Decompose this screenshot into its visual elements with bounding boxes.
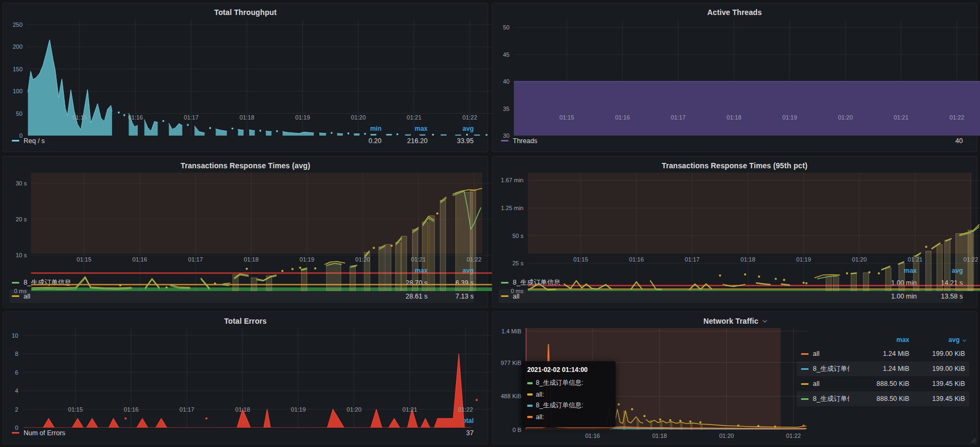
x-axis: 01:1501:1601:1701:1801:1901:2001:2101:22 (514, 111, 971, 122)
plot-active-threads[interactable] (514, 19, 971, 111)
legend-sort-max[interactable]: max (849, 336, 909, 344)
legend-row: 8_生成订单信息1.24 MiB199.00 KiB (797, 361, 969, 376)
legend-series-name[interactable]: Threads (501, 137, 917, 145)
legend-sort-avg[interactable]: avg (909, 336, 965, 344)
x-axis: 01:1501:1601:1701:1801:1901:2001:2101:22 (31, 254, 482, 264)
panel-total-errors: Total Errors 0246810 01:1501:1601:1701:1… (3, 311, 488, 444)
plot-total-throughput[interactable] (27, 19, 482, 111)
y-axis: 0 ms10 s20 s30 s (9, 173, 31, 254)
series-color-dash-icon (501, 140, 508, 141)
y-tick-label: 50 s (512, 233, 523, 239)
x-tick-label: 01:19 (295, 114, 310, 121)
tooltip-series-row: all: (527, 389, 610, 400)
x-tick-label: 01:18 (652, 433, 667, 439)
series-color-dash-icon (12, 140, 19, 141)
panel-title: Network Traffic (704, 317, 759, 325)
chart-area: 0 ms25 s50 s1.25 min1.67 min 01:1501:160… (498, 173, 971, 264)
y-tick-label: 1.25 min (501, 205, 523, 211)
legend-value: 199.00 KiB (909, 365, 965, 372)
series-color-dash-icon (527, 382, 533, 384)
legend: maxavgall1.24 MiB199.00 KiB8_生成订单信息1.24 … (783, 327, 971, 441)
y-tick-label: 35 (503, 106, 510, 112)
y-tick-label: 2 (15, 406, 18, 413)
x-tick-label: 01:16 (585, 433, 600, 439)
chevron-down-icon (962, 338, 966, 342)
network-body: 0 B488 KiB977 KiB1.4 MiB 01:1601:1801:20… (498, 327, 971, 441)
x-axis: 01:1601:1801:2001:22 (526, 430, 781, 441)
x-tick-label: 01:18 (235, 406, 250, 413)
y-tick-label: 50 (503, 24, 510, 31)
y-tick-label: 1.4 MiB (502, 328, 521, 334)
legend-row: all1.00 min13.58 s (499, 289, 963, 303)
chart-area: 3035404550 01:1501:1601:1701:1801:1901:2… (498, 19, 971, 122)
series-color-dash-icon (527, 405, 533, 407)
tooltip-series-row: 8_生成订单信息: (527, 400, 610, 411)
x-tick-label: 01:22 (458, 406, 473, 413)
series-color-dash-icon (12, 282, 19, 284)
series-color-dash-icon (12, 295, 19, 297)
panel-header[interactable]: Active Threads (498, 6, 971, 18)
x-tick-label: 01:17 (184, 114, 199, 121)
plot-total-errors[interactable] (23, 328, 482, 404)
x-tick-label: 01:17 (671, 114, 686, 121)
panel-total-throughput: Total Throughput 050100150200250 01:1501… (3, 3, 488, 152)
x-tick-label: 01:15 (72, 114, 87, 121)
panel-active-threads: Active Threads 3035404550 01:1501:1601:1… (492, 3, 977, 152)
series-color-dash-icon (12, 432, 19, 434)
legend-row: all1.24 MiB199.00 KiB (797, 346, 969, 361)
legend-series-name[interactable]: all (501, 293, 871, 300)
chart-canvas-transactions-response-times-avg (31, 173, 505, 291)
plot-transactions-response-times-95pct[interactable] (528, 173, 971, 254)
tooltip-series-row: all: (527, 411, 610, 422)
series-all-markers (618, 404, 776, 428)
legend-value: 199.00 KiB (909, 350, 965, 357)
x-tick-label: 01:15 (77, 256, 92, 263)
legend-series-name[interactable]: Num of Errors (12, 429, 428, 437)
series-color-dash-icon (527, 393, 533, 396)
plot-transactions-response-times-avg[interactable] (31, 173, 482, 254)
y-tick-label: 150 (13, 66, 23, 72)
y-tick-label: 10 s (16, 252, 27, 258)
series-color-dash-icon (527, 416, 533, 418)
x-tick-label: 01:16 (629, 256, 644, 263)
panel-header[interactable]: Network Traffic (498, 315, 971, 327)
y-axis: 050100150200250 (9, 19, 27, 111)
x-tick-label: 01:20 (838, 114, 853, 121)
panel-header[interactable]: Transactions Response Times (95th pct) (498, 160, 971, 172)
panel-header[interactable]: Transactions Response Times (avg) (9, 160, 482, 172)
legend-series-name[interactable]: Req / s (12, 137, 335, 145)
series-all-yellow (607, 407, 806, 428)
threshold-band (528, 289, 980, 291)
legend-value: 139.45 KiB (909, 380, 965, 388)
y-tick-label: 4 (15, 388, 18, 394)
x-tick-label: 01:18 (240, 114, 255, 121)
legend-value: 37 (428, 429, 474, 437)
panel-transactions-response-times-95pct: Transactions Response Times (95th pct) 0… (492, 156, 977, 308)
y-tick-label: 30 (503, 132, 510, 139)
x-axis: 01:1501:1601:1701:1801:1901:2001:2101:22 (528, 254, 971, 264)
legend-value: 40 (917, 137, 963, 145)
x-tick-label: 01:19 (782, 114, 797, 121)
legend-row: Threads40 (499, 134, 963, 147)
y-tick-label: 488 KiB (500, 393, 521, 399)
y-tick-label: 25 s (512, 260, 523, 266)
series-Threads (514, 81, 980, 136)
legend-value: 1.00 min (871, 293, 917, 300)
x-tick-label: 01:19 (291, 406, 306, 413)
legend-value: 13.58 s (917, 293, 963, 300)
x-tick-label: 01:22 (949, 114, 964, 121)
series-8_生成订单信息-markers (775, 278, 807, 284)
y-tick-label: 100 (13, 88, 23, 94)
y-tick-label: 8 (15, 351, 18, 357)
y-tick-label: 1.67 min (501, 177, 523, 183)
x-axis: 01:1501:1601:1701:1801:1901:2001:2101:22 (27, 111, 482, 122)
y-tick-label: 45 (503, 51, 510, 58)
x-tick-label: 01:21 (908, 256, 923, 263)
y-tick-label: 50 (16, 110, 23, 117)
chart-tooltip: 2021-02-02 01:14:008_生成订单信息:all:8_生成订单信息… (521, 361, 616, 427)
tooltip-timestamp: 2021-02-02 01:14:00 (527, 366, 610, 374)
panel-header[interactable]: Total Throughput (9, 6, 482, 18)
chevron-down-icon[interactable] (762, 318, 767, 322)
legend-series-name[interactable]: all (12, 293, 381, 300)
panel-header[interactable]: Total Errors (9, 315, 482, 327)
